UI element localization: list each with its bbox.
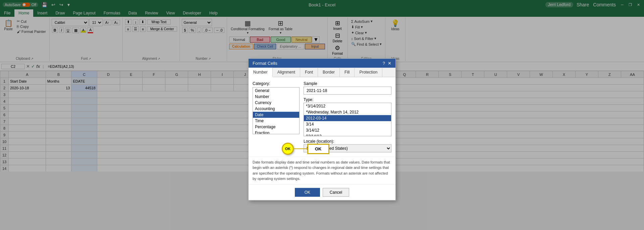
type-list[interactable]: *3/14/2012 *Wednesday, March 14, 2012 20…	[304, 102, 391, 136]
dialog-tab-border[interactable]: Border	[318, 67, 340, 77]
type-panel: Sample 2021-11-18 Type: *3/14/2012 *Wedn…	[304, 81, 391, 152]
ok-annotation-box[interactable]: OK	[307, 144, 329, 154]
dialog-tab-number[interactable]: Number	[249, 67, 273, 77]
category-date[interactable]: Date	[253, 111, 299, 118]
type-item-2[interactable]: *Wednesday, March 14, 2012	[304, 109, 391, 115]
dialog-help-button[interactable]: ?	[383, 60, 385, 65]
type-item-5[interactable]: 3/14/12	[304, 127, 391, 133]
dialog-tab-protection[interactable]: Protection	[355, 67, 382, 77]
type-label: Type:	[304, 97, 391, 102]
category-accounting[interactable]: Accounting	[253, 105, 299, 111]
dialog-tab-alignment[interactable]: Alignment	[273, 67, 300, 77]
dialog-title-bar: Format Cells ? ✕	[249, 58, 395, 67]
category-time[interactable]: Time	[253, 118, 299, 124]
category-currency[interactable]: Currency	[253, 99, 299, 105]
dialog-description: Date formats display date and time seria…	[249, 156, 395, 172]
dialog-tab-font[interactable]: Font	[300, 67, 318, 77]
dialog-title-buttons: ? ✕	[383, 60, 391, 65]
dialog-tab-fill[interactable]: Fill	[340, 67, 355, 77]
category-fraction[interactable]: Fraction	[253, 130, 299, 134]
ok-annotation: OK OK	[282, 143, 329, 155]
sample-value: 2021-11-18	[307, 88, 327, 93]
category-percentage[interactable]: Percentage	[253, 124, 299, 130]
category-general[interactable]: General	[253, 87, 299, 93]
dialog-title: Format Cells	[253, 60, 277, 65]
sample-label: Sample	[304, 81, 391, 86]
category-panel: Category: General Number Currency Accoun…	[253, 81, 300, 152]
type-item-1[interactable]: *3/14/2012	[304, 103, 391, 109]
dialog-close-button[interactable]: ✕	[388, 60, 391, 65]
sample-box: 2021-11-18	[304, 86, 391, 94]
type-item-4[interactable]: 3/14	[304, 121, 391, 127]
category-number[interactable]: Number	[253, 93, 299, 99]
dialog-tabs: Number Alignment Font Border Fill Protec…	[249, 67, 395, 77]
category-list[interactable]: General Number Currency Accounting Date …	[253, 87, 300, 134]
type-item-6[interactable]: 03/14/12	[304, 133, 391, 136]
category-label: Category:	[253, 81, 300, 86]
ok-connector-line	[294, 148, 307, 149]
ok-bubble-icon: OK	[282, 143, 294, 155]
description-text: Date formats display date and time seria…	[253, 160, 390, 172]
type-item-3[interactable]: 2012-03-14	[304, 115, 391, 121]
